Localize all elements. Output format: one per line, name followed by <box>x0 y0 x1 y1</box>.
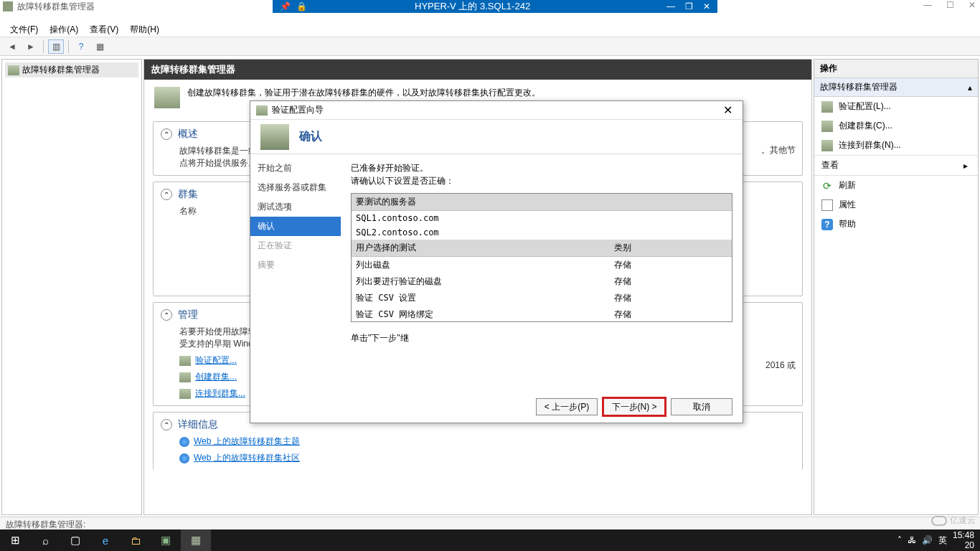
next-button[interactable]: 下一步(N) > <box>603 398 665 415</box>
ie-button[interactable]: e <box>90 529 121 551</box>
toolbar: ◄ ► ▥ ? ▦ <box>0 37 980 56</box>
menu-file[interactable]: 文件(F) <box>6 22 42 37</box>
truncated-text: 2016 或 <box>765 359 796 372</box>
tree-root-item[interactable]: 故障转移群集管理器 <box>5 62 138 77</box>
chevron-up-icon[interactable]: ▴ <box>968 83 972 93</box>
nav-before[interactable]: 开始之前 <box>250 159 341 178</box>
server-manager-button[interactable]: ▣ <box>151 529 181 551</box>
cluster-icon <box>8 65 19 75</box>
th-servers: 要测试的服务器 <box>352 194 732 211</box>
nav-select[interactable]: 选择服务器或群集 <box>250 178 341 197</box>
wizard-titlebar: 验证配置向导 ✕ <box>250 101 743 120</box>
taskbar: ⊞ ⌕ ▢ e 🗀 ▣ ▦ ˄ 🖧 🔊 英 15:48 20 <box>0 529 980 551</box>
watermark: 亿速云 <box>931 514 976 527</box>
status-bar: 故障转移群集管理器: <box>0 517 980 529</box>
ime-indicator[interactable]: 英 <box>938 534 947 547</box>
explorer-button[interactable]: 🗀 <box>121 529 151 551</box>
menu-action[interactable]: 操作(A) <box>45 22 83 37</box>
th-tests: 用户选择的测试 <box>352 240 610 257</box>
outer-minimize[interactable]: — <box>923 0 932 10</box>
back-button[interactable]: ◄ <box>4 39 20 54</box>
outer-close[interactable]: ✕ <box>969 0 976 10</box>
action-refresh[interactable]: ⟳ 刷新 <box>814 176 978 195</box>
action-validate[interactable]: 验证配置(L)... <box>814 97 978 116</box>
link-web-topics[interactable]: Web 上的故障转移群集主题 <box>179 435 795 448</box>
connect-icon <box>179 389 191 399</box>
start-button[interactable]: ⊞ <box>0 529 30 551</box>
details-title: 详细信息 <box>178 418 218 431</box>
validate-icon <box>821 101 833 113</box>
clock-time[interactable]: 15:48 <box>953 530 974 540</box>
test-row: 列出要进行验证的磁盘存储 <box>352 273 732 290</box>
actions-pane: 操作 故障转移群集管理器 ▴ 验证配置(L)... 创建群集(C)... 连接到… <box>814 59 979 515</box>
chevron-right-icon: ▸ <box>963 161 968 171</box>
actions-subheader: 故障转移群集管理器 ▴ <box>814 78 978 97</box>
action-create[interactable]: 创建群集(C)... <box>814 116 978 136</box>
nav-tests[interactable]: 测试选项 <box>250 197 341 217</box>
create-icon <box>821 121 833 132</box>
clock-date[interactable]: 20 <box>953 540 974 550</box>
forward-button[interactable]: ► <box>23 39 39 54</box>
task-view-button[interactable]: ▢ <box>60 529 90 551</box>
minimize-icon[interactable]: — <box>666 1 675 11</box>
help-button[interactable]: ? <box>73 39 89 54</box>
wizard-icon <box>256 105 268 116</box>
previous-button[interactable]: < 上一步(P) <box>536 398 598 415</box>
show-hide-tree-button[interactable]: ▥ <box>48 39 64 54</box>
th-category: 类别 <box>610 240 732 257</box>
menu-help[interactable]: 帮助(H) <box>126 22 164 37</box>
collapse-icon[interactable]: ⌃ <box>161 309 172 321</box>
lock-icon[interactable]: 🔒 <box>296 1 307 11</box>
collapse-icon[interactable]: ⌃ <box>161 128 172 140</box>
wizard-instr2: 请确认以下设置是否正确： <box>351 174 732 187</box>
collapse-icon[interactable]: ⌃ <box>161 419 172 430</box>
globe-icon <box>179 453 189 463</box>
network-icon[interactable]: 🖧 <box>908 535 916 545</box>
validate-wizard-dialog: 验证配置向导 ✕ 确认 开始之前 选择服务器或群集 测试选项 确认 正在验证 摘… <box>250 100 743 423</box>
vm-connection-bar: 📌 🔒 HYPER-V 上的 3.SQL1-242 — ❐ ✕ <box>273 0 717 13</box>
wizard-nav: 开始之前 选择服务器或群集 测试选项 确认 正在验证 摘要 <box>250 154 341 391</box>
cloud-icon <box>931 516 947 526</box>
test-row: 验证 CSV 设置存储 <box>352 290 732 306</box>
create-icon <box>179 372 191 382</box>
test-row: 验证 CSV 网络绑定存储 <box>352 306 732 322</box>
cancel-button[interactable]: 取消 <box>671 398 732 415</box>
tray-up-icon[interactable]: ˄ <box>897 535 902 545</box>
validate-icon <box>179 356 191 366</box>
vm-title: HYPER-V 上的 3.SQL1-242 <box>415 0 530 13</box>
outer-maximize[interactable]: ☐ <box>946 0 954 10</box>
cluster-manager-taskbar-button[interactable]: ▦ <box>181 529 211 551</box>
pin-icon[interactable]: 📌 <box>280 1 291 11</box>
mgmt-title: 管理 <box>178 309 198 321</box>
connect-icon <box>821 140 833 151</box>
menu-view[interactable]: 查看(V) <box>85 22 123 37</box>
link-web-community[interactable]: Web 上的故障转移群集社区 <box>179 452 795 464</box>
search-button[interactable]: ⌕ <box>30 529 60 551</box>
action-connect[interactable]: 连接到群集(N)... <box>814 136 978 155</box>
properties-icon <box>821 199 833 211</box>
cluster-big-icon <box>154 87 180 108</box>
nav-validating: 正在验证 <box>250 236 341 255</box>
wizard-close-button[interactable]: ✕ <box>719 103 737 117</box>
restore-icon[interactable]: ❐ <box>685 1 693 11</box>
action-help[interactable]: ? 帮助 <box>814 215 978 234</box>
wizard-instr1: 已准备好开始验证。 <box>351 161 732 174</box>
menubar: 文件(F) 操作(A) 查看(V) 帮助(H) <box>0 23 980 37</box>
help-icon: ? <box>821 219 833 230</box>
wizard-hint: 单击"下一步"继 <box>351 332 732 344</box>
nav-confirm[interactable]: 确认 <box>250 217 341 236</box>
collapse-icon[interactable]: ⌃ <box>161 189 172 200</box>
wizard-table[interactable]: 要测试的服务器 SQL1.contoso.com SQL2.contoso.co… <box>351 193 732 322</box>
overview-title: 概述 <box>178 128 198 141</box>
volume-icon[interactable]: 🔊 <box>922 535 933 545</box>
properties-button[interactable]: ▦ <box>92 39 108 54</box>
refresh-icon: ⟳ <box>821 180 833 192</box>
center-intro-text: 创建故障转移群集，验证用于潜在故障转移群集的硬件，以及对故障转移群集执行配置更改… <box>187 87 540 99</box>
close-icon[interactable]: ✕ <box>703 1 710 11</box>
clusters-title: 群集 <box>178 188 198 201</box>
app-icon <box>3 1 13 11</box>
action-view[interactable]: 查看 ▸ <box>814 155 978 176</box>
tree-pane: 故障转移群集管理器 <box>1 59 142 515</box>
action-properties[interactable]: 属性 <box>814 195 978 215</box>
truncated-text: 。其他节 <box>761 144 796 156</box>
